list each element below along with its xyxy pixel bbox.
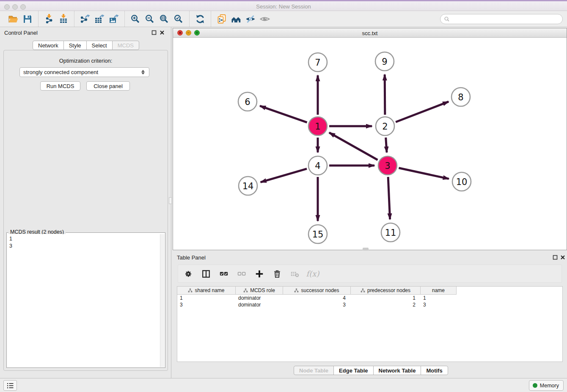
mcds-list-scrollbar[interactable] bbox=[160, 234, 165, 367]
column-header-shared-name[interactable]: shared name bbox=[177, 287, 236, 295]
network-window-title: scc.txt bbox=[173, 30, 567, 36]
mcds-result-list[interactable]: 13 bbox=[7, 234, 160, 367]
choose-columns-icon[interactable] bbox=[200, 268, 212, 280]
zoom-selected-icon[interactable] bbox=[171, 13, 186, 25]
search-box[interactable] bbox=[440, 14, 563, 24]
edge-2-3[interactable] bbox=[386, 138, 387, 152]
vertical-split-grip[interactable] bbox=[169, 197, 172, 204]
column-header-predecessor-nodes[interactable]: predecessor nodes bbox=[351, 287, 421, 295]
application-window: Session: New Session Control Panel Netwo… bbox=[0, 0, 567, 392]
import-table-icon[interactable] bbox=[56, 13, 71, 25]
close-panel-icon[interactable] bbox=[160, 30, 165, 35]
table-row[interactable]: 3dominator323 bbox=[177, 301, 562, 308]
memory-status-icon bbox=[533, 383, 537, 388]
hide-selected-icon[interactable] bbox=[243, 13, 258, 25]
table-row[interactable]: 1dominator411 bbox=[177, 295, 562, 301]
graph-node-1[interactable]: 1 bbox=[308, 117, 327, 135]
network-graph[interactable]: 1 2 3 4 6 7 8 9 10 11 14 15 bbox=[173, 38, 567, 250]
graph-node-2[interactable]: 2 bbox=[376, 117, 394, 135]
open-session-icon[interactable] bbox=[6, 13, 20, 25]
svg-text:9: 9 bbox=[382, 57, 387, 67]
graph-node-7[interactable]: 7 bbox=[308, 53, 327, 72]
svg-text:10: 10 bbox=[456, 177, 468, 187]
search-input[interactable] bbox=[450, 15, 562, 23]
tab-mcds[interactable]: MCDS bbox=[112, 41, 139, 50]
graph-node-9[interactable]: 9 bbox=[375, 52, 394, 71]
export-table-icon[interactable] bbox=[92, 13, 107, 25]
tab-edge-table[interactable]: Edge Table bbox=[333, 366, 373, 375]
criterion-select[interactable]: strongly connected component bbox=[19, 67, 149, 77]
network-window: ✕ − + scc.txt 1 2 3 4 6 7 8 9 10 11 bbox=[173, 28, 567, 250]
horizontal-split-grip[interactable] bbox=[363, 248, 369, 251]
graph-node-11[interactable]: 11 bbox=[381, 223, 400, 242]
graph-node-6[interactable]: 6 bbox=[238, 92, 257, 111]
column-tree-icon bbox=[361, 288, 365, 293]
function-builder-icon[interactable]: f(x) bbox=[307, 268, 319, 280]
refresh-view-icon[interactable] bbox=[193, 13, 207, 25]
window-titlebar: Session: New Session bbox=[0, 0, 567, 11]
svg-text:2: 2 bbox=[382, 121, 388, 132]
tab-select[interactable]: Select bbox=[86, 41, 113, 50]
deselect-all-icon[interactable] bbox=[236, 268, 248, 280]
export-network-icon[interactable] bbox=[78, 13, 92, 25]
network-window-titlebar[interactable]: ✕ − + scc.txt bbox=[173, 28, 567, 38]
tab-style[interactable]: Style bbox=[63, 41, 87, 50]
graph-node-3[interactable]: 3 bbox=[378, 156, 397, 175]
graph-node-4[interactable]: 4 bbox=[308, 156, 327, 175]
save-session-icon[interactable] bbox=[20, 13, 35, 25]
control-panel: Control Panel NetworkStyleSelectMCDS Opt… bbox=[0, 27, 171, 378]
table-panel-header: Table Panel bbox=[173, 252, 567, 263]
node-table-header: shared nameMCDS rolesuccessor nodesprede… bbox=[177, 287, 562, 295]
float-table-panel-icon[interactable] bbox=[553, 255, 558, 260]
svg-text:7: 7 bbox=[315, 58, 320, 68]
show-all-icon[interactable] bbox=[258, 13, 272, 25]
import-network-icon[interactable] bbox=[42, 13, 56, 25]
task-history-button[interactable] bbox=[3, 380, 17, 391]
edge-2-8[interactable] bbox=[396, 102, 449, 122]
graph-node-10[interactable]: 10 bbox=[452, 172, 471, 191]
add-row-icon[interactable] bbox=[253, 268, 265, 280]
delete-row-icon[interactable] bbox=[271, 268, 283, 280]
clone-network-icon[interactable] bbox=[215, 13, 229, 25]
graph-node-15[interactable]: 15 bbox=[308, 225, 327, 243]
zoom-fit-icon[interactable] bbox=[157, 13, 171, 25]
select-all-icon[interactable] bbox=[218, 268, 230, 280]
close-panel-button[interactable]: Close panel bbox=[86, 81, 130, 91]
status-bar: Memory bbox=[0, 378, 567, 392]
svg-text:14: 14 bbox=[242, 181, 254, 191]
delete-table-icon[interactable] bbox=[289, 268, 301, 280]
edge-1-6[interactable] bbox=[260, 106, 307, 122]
float-panel-icon[interactable] bbox=[151, 30, 157, 35]
mcds-result-item[interactable]: 1 bbox=[9, 235, 160, 243]
edge-3-10[interactable] bbox=[399, 168, 449, 179]
tab-motifs[interactable]: Motifs bbox=[421, 366, 448, 375]
tab-network-table[interactable]: Network Table bbox=[373, 366, 421, 375]
export-image-icon[interactable] bbox=[107, 13, 121, 25]
tab-node-table[interactable]: Node Table bbox=[294, 366, 334, 375]
run-mcds-button[interactable]: Run MCDS bbox=[40, 81, 80, 91]
task-list-icon bbox=[6, 381, 14, 390]
zoom-out-icon[interactable] bbox=[143, 13, 157, 25]
close-table-panel-icon[interactable] bbox=[560, 255, 565, 260]
home-views-icon[interactable] bbox=[229, 13, 243, 25]
control-panel-tabs: NetworkStyleSelectMCDS bbox=[33, 41, 139, 50]
tab-network[interactable]: Network bbox=[33, 41, 64, 50]
column-header-successor-nodes[interactable]: successor nodes bbox=[283, 287, 351, 295]
column-header-name[interactable]: name bbox=[421, 287, 457, 295]
edge-3-11[interactable] bbox=[388, 177, 390, 219]
edge-4-14[interactable] bbox=[261, 169, 307, 182]
edge-2-9[interactable] bbox=[385, 75, 385, 115]
table-toolbar: f(x) bbox=[178, 265, 562, 283]
node-table[interactable]: shared nameMCDS rolesuccessor nodesprede… bbox=[177, 286, 563, 362]
graph-node-14[interactable]: 14 bbox=[239, 177, 257, 195]
mcds-result-item[interactable]: 3 bbox=[9, 243, 160, 250]
memory-button[interactable]: Memory bbox=[529, 380, 564, 391]
svg-text:1: 1 bbox=[315, 121, 320, 132]
zoom-in-icon[interactable] bbox=[128, 13, 143, 25]
settings-gear-icon[interactable] bbox=[182, 268, 194, 280]
table-tabs: Node TableEdge TableNetwork TableMotifs bbox=[294, 366, 448, 375]
graph-node-8[interactable]: 8 bbox=[451, 88, 470, 106]
edge-3-1[interactable] bbox=[329, 133, 377, 160]
svg-text:8: 8 bbox=[458, 92, 463, 102]
column-header-MCDS-role[interactable]: MCDS role bbox=[236, 287, 283, 295]
